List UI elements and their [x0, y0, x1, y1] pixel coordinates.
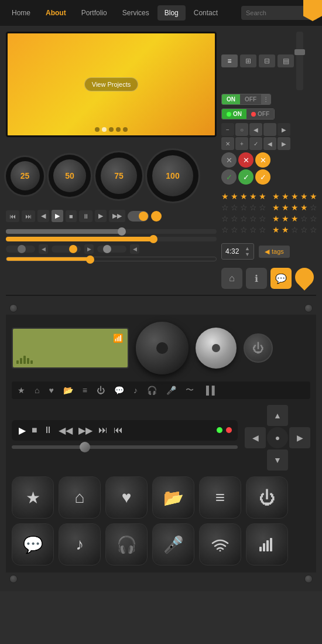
sc-x-1[interactable]: ✕ — [221, 137, 234, 150]
big-btn-power[interactable]: ⏻ — [246, 476, 288, 519]
slider-1-thumb[interactable] — [118, 227, 126, 236]
sc-left2[interactable]: ◀ — [263, 137, 276, 150]
knob-25[interactable]: 25 — [11, 161, 40, 190]
star-r2[interactable]: ★ — [282, 192, 289, 201]
sc-right[interactable]: ▶ — [278, 123, 290, 136]
progress-slider[interactable] — [12, 445, 238, 449]
pb-next[interactable]: ⏭ — [97, 425, 109, 435]
slider-3[interactable] — [6, 257, 217, 261]
dot-1[interactable] — [95, 127, 100, 132]
big-btn-home[interactable]: ⌂ — [59, 476, 101, 519]
star-r1[interactable]: ★ — [272, 192, 280, 201]
pb-rewind[interactable]: ◀◀ — [57, 425, 74, 436]
nav-blog[interactable]: Blog — [157, 5, 186, 21]
forward-btn[interactable]: ▶ — [95, 210, 107, 222]
info-map-icon-btn[interactable]: ℹ — [246, 268, 267, 289]
star-3[interactable]: ★ — [240, 192, 248, 201]
star-1[interactable]: ★ — [221, 192, 229, 201]
dpad-center[interactable]: ● — [267, 427, 288, 448]
icon-bar-music[interactable]: ♪ — [133, 386, 138, 395]
small-slider-3[interactable] — [97, 246, 126, 253]
toggle-off-1[interactable]: OFF — [240, 94, 261, 104]
btn-red-x-1[interactable]: ✕ — [238, 152, 254, 168]
icon-bar-home[interactable]: ⌂ — [35, 386, 39, 395]
big-btn-speech[interactable]: 💬 — [12, 523, 54, 565]
play-btn[interactable]: ▶ — [52, 210, 63, 222]
big-btn-heart[interactable]: ♥ — [105, 476, 148, 519]
star-2[interactable]: ★ — [231, 192, 238, 201]
slider-1[interactable] — [6, 229, 217, 234]
icon-bar-mic[interactable]: 🎤 — [166, 386, 176, 395]
star-r3[interactable]: ★ — [291, 192, 299, 201]
rewind-btn[interactable]: ◀ — [37, 210, 49, 222]
sc-circle[interactable]: ○ — [235, 123, 248, 136]
progress-thumb[interactable] — [80, 442, 90, 452]
pb-pause[interactable]: ⏸ — [42, 425, 54, 435]
toggle-off-2[interactable]: OFF — [246, 109, 274, 119]
list-view-btn[interactable]: ≡ — [221, 54, 238, 67]
nav-contact[interactable]: Contact — [187, 5, 225, 21]
toggle-on-2[interactable]: ON — [222, 109, 246, 119]
pb-stop[interactable]: ■ — [30, 425, 39, 435]
progress-track[interactable] — [12, 445, 238, 449]
sc-right2[interactable]: ▶ — [278, 137, 290, 150]
big-btn-music[interactable]: ♪ — [59, 523, 101, 565]
nav-services[interactable]: Services — [115, 5, 156, 21]
grid-view-btn[interactable]: ⊞ — [240, 54, 256, 67]
icon-bar-bars[interactable]: ▐▐ — [203, 386, 215, 395]
big-btn-star[interactable]: ★ — [12, 476, 54, 519]
pause-btn[interactable]: ⏸ — [79, 210, 93, 222]
btn-yellow-check-1[interactable]: ✓ — [255, 169, 270, 185]
btn-dark-check-1[interactable]: ✓ — [221, 169, 237, 185]
knob-75[interactable]: 75 — [101, 158, 137, 194]
orange-indicator[interactable] — [151, 211, 162, 222]
dpad-up[interactable]: ▲ — [267, 405, 288, 426]
pin-icon-btn[interactable] — [295, 268, 314, 289]
btn-dark-x-1[interactable]: ✕ — [221, 152, 237, 168]
dpad-down[interactable]: ▼ — [267, 449, 288, 471]
pb-prev[interactable]: ⏮ — [112, 425, 124, 435]
big-btn-bars[interactable] — [246, 523, 288, 565]
dot-3[interactable] — [109, 127, 114, 132]
slider-2-thumb[interactable] — [149, 235, 157, 243]
star-4[interactable]: ★ — [249, 192, 257, 201]
toggle-small-1[interactable]: ◀ — [39, 244, 48, 254]
metal-knob[interactable] — [196, 328, 237, 369]
prev-prev-btn[interactable]: ⏮ — [6, 210, 19, 222]
big-btn-headphones[interactable]: 🎧 — [105, 523, 148, 565]
knob-100[interactable]: 100 — [152, 155, 193, 196]
toggle-on-off-1[interactable]: ON OFF ⋮ — [221, 94, 271, 105]
pb-play[interactable]: ▶ — [18, 425, 27, 436]
dpad-right[interactable]: ▶ — [289, 427, 310, 448]
star-r4[interactable]: ★ — [300, 192, 308, 201]
nav-portfolio[interactable]: Portfolio — [74, 5, 114, 21]
knob-50[interactable]: 50 — [53, 159, 86, 192]
power-button-big[interactable]: ⏻ — [244, 333, 273, 363]
sc-check-1[interactable]: ✓ — [249, 137, 262, 150]
nav-home[interactable]: Home — [5, 5, 37, 21]
home-map-icon-btn[interactable]: ⌂ — [221, 268, 242, 289]
stop-btn[interactable]: ■ — [66, 210, 77, 222]
icon-bar-wifi[interactable]: 〜 — [186, 385, 194, 396]
big-btn-list[interactable]: ≡ — [199, 476, 241, 519]
time-display[interactable]: 4:32 ▲▼ — [221, 243, 254, 260]
icon-bar-heart[interactable]: ♥ — [49, 386, 53, 395]
dot-5[interactable] — [123, 127, 128, 132]
star-r5[interactable]: ★ — [310, 192, 317, 201]
icon-bar-power[interactable]: ⏻ — [97, 386, 105, 395]
toggle-small-2[interactable]: ▶ — [84, 244, 94, 254]
block-view-btn[interactable]: ⊟ — [259, 54, 275, 67]
toggle-on-1[interactable]: ON — [222, 94, 240, 104]
search-input[interactable] — [246, 9, 303, 16]
fast-forward-btn[interactable]: ▶▶ — [109, 210, 125, 222]
small-slider-1[interactable] — [6, 246, 35, 253]
big-btn-folder[interactable]: 📂 — [152, 476, 194, 519]
icon-bar-list[interactable]: ≡ — [83, 386, 87, 395]
dot-4[interactable] — [116, 127, 121, 132]
pb-forward[interactable]: ▶▶ — [77, 425, 94, 436]
toggle-on-off-2[interactable]: ON OFF — [221, 108, 275, 120]
sc-plus[interactable]: + — [235, 137, 248, 150]
star-5[interactable]: ★ — [259, 192, 266, 201]
vertical-scrollbar[interactable] — [296, 32, 303, 90]
icon-bar-speech[interactable]: 💬 — [114, 386, 124, 395]
